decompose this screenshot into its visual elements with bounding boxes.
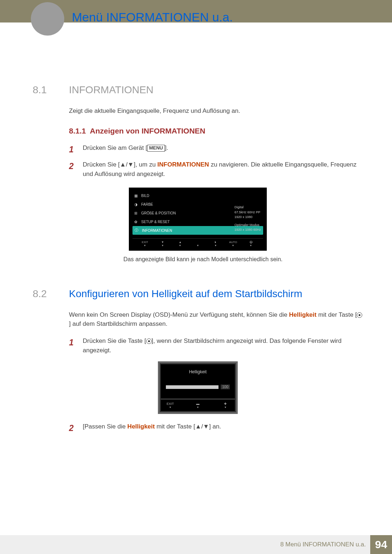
osd-info-panel: Digital 67.5kHz 60Hz PP 1920 x 1080 Opti… <box>234 205 261 233</box>
page-content: 8.1 INFORMATIONEN Zeigt die aktuelle Ein… <box>0 22 392 435</box>
osd-footer: EXIT▾ ▼▾ ▲▾ ▾ ⏵▾ AUTO▾ ⏻▾ <box>132 238 263 247</box>
osd-menu-screenshot: ▦BILD ◑FARBE ⊞GRÖßE & POSITION ✿SETUP & … <box>129 188 267 251</box>
info-icon: ⓘ <box>134 228 139 233</box>
section-intro: Zeigt die aktuelle Eingangsquelle, Frequ… <box>69 107 363 116</box>
subsection-title: 8.1.1 Anzeigen von INFORMATIONEN <box>69 127 363 135</box>
step-number: 2 <box>69 422 76 435</box>
up-down-arrows-icon: ▲/▼ <box>120 161 134 168</box>
chapter-title: Menü INFORMATIONEN u.a. <box>72 10 233 24</box>
step-1: 1 Drücken Sie die Taste [], wenn der Sta… <box>69 336 363 355</box>
section-number: 8.1 <box>33 84 58 96</box>
picture-icon: ▦ <box>133 193 138 198</box>
figure-caption: Das angezeigte Bild kann je nach Modell … <box>123 256 363 263</box>
brightness-button-icon <box>357 312 362 318</box>
size-icon: ⊞ <box>133 210 138 216</box>
section-title: INFORMATIONEN <box>69 84 154 96</box>
step-2: 2 [Passen Sie die Helligkeit mit der Tas… <box>69 422 363 435</box>
brightness-button-icon <box>146 338 152 344</box>
section-intro: Wenn kein On Screen Display (OSD)-Menü z… <box>69 311 363 328</box>
setup-icon: ✿ <box>133 219 138 224</box>
highlight-helligkeit: Helligkeit <box>127 423 155 430</box>
section-number: 8.2 <box>33 288 58 300</box>
osd-footer: EXIT▾ ▬▾ ✚▾ <box>161 399 235 411</box>
step-number: 1 <box>69 143 76 156</box>
menu-button-label: MENU <box>147 145 165 152</box>
section-8-1: 8.1 INFORMATIONEN Zeigt die aktuelle Ein… <box>33 84 363 263</box>
page-footer: 8 Menü INFORMATIONEN u.a. 94 <box>0 535 392 554</box>
brightness-slider: 100 <box>166 385 230 389</box>
section-title: Konfigurieren von Helligkeit auf dem Sta… <box>69 288 302 300</box>
steps-list: 1 Drücken Sie am Gerät [MENU]. 2 Drücken… <box>69 143 363 179</box>
highlight-informationen: INFORMATIONEN <box>158 161 209 168</box>
color-icon: ◑ <box>133 202 138 207</box>
step-1: 1 Drücken Sie am Gerät [MENU]. <box>69 143 363 156</box>
steps-list: 2 [Passen Sie die Helligkeit mit der Tas… <box>69 422 363 435</box>
step-2: 2 Drücken Sie [▲/▼], um zu INFORMATIONEN… <box>69 160 363 178</box>
brightness-title: Helligkeit <box>166 369 230 374</box>
up-down-arrows-icon: ▲/▼ <box>195 423 209 430</box>
brightness-osd-screenshot: Helligkeit 100 EXIT▾ ▬▾ ✚▾ <box>158 361 238 414</box>
page-number-badge: 94 <box>370 535 392 554</box>
footer-chapter-label: 8 Menü INFORMATIONEN u.a. <box>280 541 366 548</box>
step-number: 2 <box>69 160 76 178</box>
steps-list: 1 Drücken Sie die Taste [], wenn der Sta… <box>69 336 363 355</box>
brightness-value: 100 <box>221 385 230 389</box>
section-8-2: 8.2 Konfigurieren von Helligkeit auf dem… <box>33 288 363 435</box>
step-number: 1 <box>69 336 76 355</box>
chapter-number-circle <box>31 2 64 36</box>
highlight-helligkeit: Helligkeit <box>289 311 317 318</box>
